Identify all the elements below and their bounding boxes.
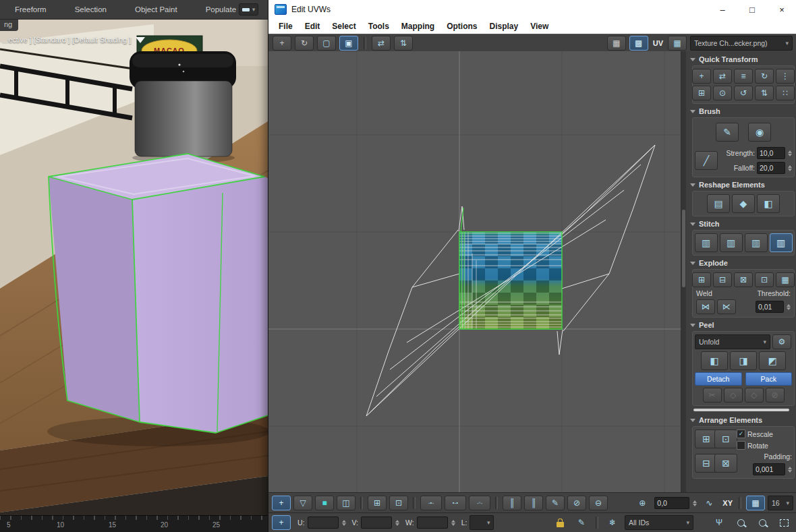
snap-toggle-button[interactable]: ▩ <box>629 36 648 51</box>
padding-spinner[interactable] <box>788 467 792 473</box>
menu-edit[interactable]: Edit <box>299 22 326 31</box>
padding-field[interactable]: 0,001 <box>753 463 785 475</box>
shrink-selection-button[interactable]: ⊡ <box>389 496 408 510</box>
window-titlebar[interactable]: Edit UVWs – □ × <box>268 0 796 19</box>
stitch-to-source-button[interactable]: ▥ <box>745 233 768 252</box>
rollout-header-quick-transform[interactable]: Quick Transform <box>688 54 795 65</box>
zoom-extents-button[interactable] <box>753 515 772 530</box>
ribbon-minimize-control[interactable]: ▾ <box>239 3 258 16</box>
rotate-checkbox[interactable] <box>737 441 745 450</box>
qt-rotate-cw-button[interactable]: ↻ <box>755 69 774 84</box>
minimize-button[interactable]: – <box>708 0 737 19</box>
qt-align-vertical-button[interactable]: ⇅ <box>755 86 774 100</box>
freeform-mode-button[interactable]: ▣ <box>339 36 358 51</box>
strength-spinner[interactable] <box>788 150 792 156</box>
ribbon-tab-partial[interactable]: ng <box>0 19 18 31</box>
falloff-smooth-button[interactable]: -•- <box>420 496 442 510</box>
qt-space-horizontal-button[interactable]: ⋮ <box>776 69 795 84</box>
edge-loop-button[interactable]: ║ <box>503 496 521 510</box>
ribbon-tab-freeform[interactable]: Freeform <box>12 5 49 13</box>
viewport-label[interactable]: ...ective ] [Standard ] [Default Shading… <box>2 36 145 44</box>
grow-selection-button[interactable]: ⊞ <box>368 496 387 510</box>
show-grid-button[interactable]: ▦ <box>607 36 626 51</box>
relax-until-flat-button[interactable]: ◆ <box>732 194 755 213</box>
stitch-to-target-button[interactable]: ▥ <box>720 233 743 252</box>
pan-tool-button[interactable]: Ψ <box>710 515 729 530</box>
pivot-coordinate-spinner[interactable] <box>693 500 697 506</box>
rollout-header-stitch[interactable]: Stitch <box>688 218 795 230</box>
face-mode-button[interactable]: ■ <box>315 496 334 510</box>
mirror-vertical-button[interactable]: ⇅ <box>394 36 413 51</box>
canvas-scrollbar-vertical[interactable] <box>681 51 686 493</box>
qt-align-horizontal-button[interactable]: ⇄ <box>713 69 732 84</box>
u-field[interactable] <box>308 516 339 529</box>
paint-move-brush-button[interactable]: ✎ <box>716 123 739 142</box>
falloff-linear-button[interactable]: •-• <box>445 496 466 510</box>
break-button[interactable]: ⊡ <box>755 272 774 287</box>
menu-mapping[interactable]: Mapping <box>395 22 440 31</box>
ribbon-tab-object-paint[interactable]: Object Paint <box>132 5 180 13</box>
viewport-3d-scene[interactable]: МАСАО <box>0 19 268 516</box>
qt-center-pivot-button[interactable]: ⊙ <box>713 86 732 100</box>
zoom-region-button[interactable] <box>774 515 793 530</box>
rotate-tool-button[interactable]: ↻ <box>295 36 314 51</box>
peel-mode-dropdown[interactable]: Unfold ▾ <box>695 334 770 349</box>
qt-snap-grid-button[interactable]: ⊞ <box>692 86 711 100</box>
rescale-checkbox[interactable]: ✓ <box>737 430 745 438</box>
timeline-ruler[interactable]: 5 10 15 20 25 <box>0 515 268 532</box>
falloff-field[interactable]: 20,0 <box>757 162 785 174</box>
menu-view[interactable]: View <box>524 22 555 31</box>
strength-field[interactable]: 10,0 <box>757 147 785 159</box>
pivot-coordinate-field[interactable]: 0,0 <box>654 497 689 509</box>
move-tool-button[interactable]: + <box>273 36 291 51</box>
relax-brush-button[interactable]: ◉ <box>748 123 771 142</box>
ribbon-tab-populate[interactable]: Populate <box>203 5 239 13</box>
l-dropdown[interactable]: ▾ <box>470 515 494 530</box>
falloff-spinner[interactable] <box>788 165 792 171</box>
brush-falloff-curve-button[interactable]: ╱ <box>695 151 718 170</box>
lock-selection-button[interactable] <box>550 515 569 530</box>
pelt-map-button[interactable]: ◩ <box>759 351 786 370</box>
u-spinner[interactable] <box>342 520 346 526</box>
rollout-header-peel[interactable]: Peel <box>688 320 795 331</box>
soft-selection-curve-button[interactable]: ∿ <box>700 496 718 510</box>
close-button[interactable]: × <box>767 0 796 19</box>
grid-size-dropdown[interactable]: 16 ▾ <box>768 496 793 510</box>
flatten-by-polygon-button[interactable]: ⊠ <box>734 272 753 287</box>
flatten-by-material-button[interactable]: ⊟ <box>713 272 732 287</box>
zoom-tool-button[interactable] <box>731 515 750 530</box>
weld-threshold-spinner[interactable] <box>787 304 791 310</box>
rollout-header-explode[interactable]: Explode <box>688 258 795 269</box>
freeze-selected-button[interactable]: ❄ <box>603 515 622 530</box>
rollout-header-brush[interactable]: Brush <box>688 106 795 117</box>
panel-scrollbar-horizontal[interactable] <box>693 409 789 411</box>
reset-seams-button[interactable]: ⊘ <box>766 388 785 403</box>
pack-button[interactable]: Pack <box>745 372 793 386</box>
point-to-point-seam-button[interactable]: ◇ <box>724 388 743 403</box>
qt-move-button[interactable]: + <box>692 69 711 84</box>
scale-tool-button[interactable]: ▢ <box>317 36 336 51</box>
v-spinner[interactable] <box>395 520 399 526</box>
flatten-by-smoothing-button[interactable]: ⊞ <box>692 272 711 287</box>
pivot-control-button[interactable]: ⊕ <box>633 496 652 510</box>
mirror-horizontal-button[interactable]: ⇄ <box>372 36 391 51</box>
move-subobject-button[interactable]: + <box>272 496 291 510</box>
scrollbar-thumb[interactable] <box>682 210 685 287</box>
weld-threshold-field[interactable]: 0,01 <box>756 301 784 313</box>
absolute-typein-button[interactable]: + <box>272 515 291 530</box>
material-id-filter-dropdown[interactable]: All IDs ▾ <box>625 515 693 530</box>
select-by-element-button[interactable]: ⊖ <box>589 496 608 510</box>
v-field[interactable] <box>361 516 392 529</box>
menu-options[interactable]: Options <box>440 22 483 31</box>
pack-together-button[interactable]: ⊡ <box>714 430 737 448</box>
qt-align-edges-button[interactable]: ≡ <box>734 69 753 84</box>
falloff-fast-button[interactable]: -◦- <box>469 496 490 510</box>
quick-peel-button[interactable]: ◧ <box>701 351 728 370</box>
preview-edit-button[interactable]: ✎ <box>572 515 591 530</box>
grid-snap-button[interactable]: ▦ <box>746 496 765 510</box>
uv-editor-viewport[interactable] <box>268 51 681 493</box>
element-mode-button[interactable]: ◫ <box>337 496 356 510</box>
qt-rotate-ccw-button[interactable]: ↺ <box>734 86 753 100</box>
edit-seams-button[interactable]: ✂ <box>703 388 722 403</box>
weld-selected-button[interactable]: ⋈ <box>696 299 715 314</box>
